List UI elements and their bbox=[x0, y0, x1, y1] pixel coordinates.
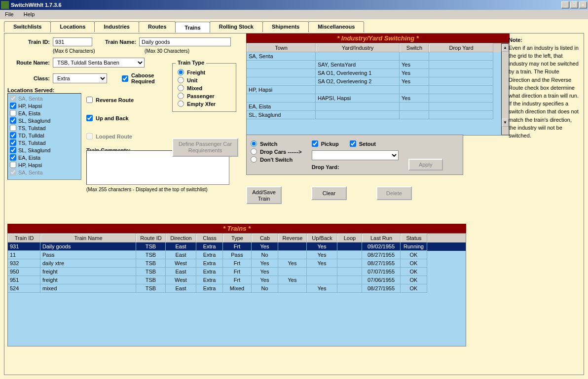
list-item[interactable]: HP, Hapsi bbox=[9, 102, 80, 109]
class-select[interactable]: Extra bbox=[53, 73, 107, 83]
column-header[interactable]: Yard/Industry bbox=[316, 43, 400, 52]
list-item[interactable]: SA, Senta bbox=[9, 95, 80, 102]
list-item[interactable]: SA, Senta bbox=[9, 169, 80, 176]
location-checkbox[interactable] bbox=[10, 110, 16, 116]
table-row[interactable]: SL, Skaglund bbox=[247, 111, 501, 119]
column-header[interactable]: Loop bbox=[337, 234, 362, 242]
location-checkbox[interactable] bbox=[10, 117, 16, 124]
tab-miscellaneous[interactable]: Miscellaneous bbox=[308, 21, 364, 32]
column-header[interactable]: Direction bbox=[166, 234, 196, 242]
column-header[interactable]: Cab bbox=[252, 234, 278, 242]
switching-scrollbar[interactable]: ▲ ▼ bbox=[501, 43, 509, 135]
location-checkbox[interactable] bbox=[10, 132, 16, 138]
clear-button[interactable]: Clear bbox=[311, 186, 347, 200]
switch-radio[interactable] bbox=[251, 140, 257, 147]
train-type-radio[interactable] bbox=[178, 69, 184, 75]
train-type-radio[interactable] bbox=[178, 101, 184, 107]
table-row[interactable]: SA, Senta bbox=[247, 52, 501, 61]
location-label: TS, Tulstad bbox=[18, 125, 46, 131]
column-header[interactable]: Class bbox=[196, 234, 223, 242]
scroll-down-icon[interactable]: ▼ bbox=[502, 119, 509, 127]
table-cell bbox=[429, 86, 493, 94]
list-item[interactable]: TD, Tulldal bbox=[9, 132, 80, 139]
tab-shipments[interactable]: Shipments bbox=[262, 21, 309, 32]
column-header[interactable]: Town bbox=[247, 43, 316, 52]
maximize-button[interactable]: □ bbox=[570, 1, 578, 8]
table-cell: TSB bbox=[136, 251, 166, 259]
location-checkbox[interactable] bbox=[10, 162, 16, 168]
location-checkbox[interactable] bbox=[10, 147, 16, 153]
table-row[interactable]: HAPSI, HapsiYes bbox=[247, 94, 501, 103]
drop-yard-label: Drop Yard: bbox=[312, 164, 399, 170]
location-checkbox[interactable] bbox=[10, 103, 16, 109]
location-checkbox[interactable] bbox=[10, 139, 16, 146]
column-header[interactable]: Route ID bbox=[136, 234, 166, 242]
table-cell: Frt bbox=[223, 276, 252, 284]
list-item[interactable]: TS, Tulstad bbox=[9, 139, 80, 146]
tab-rolling-stock[interactable]: Rolling Stock bbox=[210, 21, 263, 32]
table-row[interactable]: HP, Hapsi bbox=[247, 86, 501, 94]
tab-switchlists[interactable]: Switchlists bbox=[4, 21, 51, 32]
list-item[interactable]: TS, Tulstad bbox=[9, 124, 80, 132]
setout-checkbox[interactable] bbox=[350, 140, 356, 147]
table-row[interactable]: 950freightTSBEastExtraFrtYes07/07/1955OK bbox=[8, 268, 466, 276]
dont-switch-radio[interactable] bbox=[251, 156, 257, 163]
column-header[interactable]: Train Name bbox=[40, 234, 136, 242]
list-item[interactable]: SL, Skaglund bbox=[9, 117, 80, 124]
table-cell: Pass bbox=[223, 251, 252, 259]
table-row[interactable]: EA, Eista bbox=[247, 103, 501, 111]
reverse-route-checkbox[interactable] bbox=[86, 97, 93, 103]
list-item[interactable]: EA, Eista bbox=[9, 154, 80, 161]
train-name-input[interactable] bbox=[139, 37, 231, 46]
up-and-back-checkbox[interactable] bbox=[86, 115, 93, 121]
train-type-radio[interactable] bbox=[178, 77, 184, 83]
column-header[interactable]: Last Run bbox=[362, 234, 401, 242]
table-row[interactable]: 931Daily goodsTSBEastExtraFrtYesYes09/02… bbox=[8, 242, 466, 251]
drop-cars-select[interactable] bbox=[312, 150, 399, 160]
column-header[interactable]: Reverse bbox=[278, 234, 307, 242]
route-name-select[interactable]: TSB, Tuldall Senta Banen bbox=[53, 58, 145, 68]
table-cell: 951 bbox=[8, 276, 40, 284]
column-header[interactable]: Train ID bbox=[8, 234, 40, 242]
caboose-checkbox[interactable] bbox=[122, 75, 128, 82]
drop-cars-radio[interactable] bbox=[251, 148, 257, 155]
table-row[interactable]: SA O2, Overlevering 2Yes bbox=[247, 77, 501, 86]
table-row[interactable]: SA O1, Overlevering 1Yes bbox=[247, 69, 501, 77]
table-cell: Yes bbox=[307, 242, 337, 251]
add-save-train-button[interactable]: Add/Save Train bbox=[246, 186, 282, 204]
location-checkbox[interactable] bbox=[10, 154, 16, 161]
table-row[interactable]: 932daily xtreTSBWestExtraFrtYesYesYes08/… bbox=[8, 259, 466, 268]
table-cell bbox=[429, 94, 493, 103]
table-row[interactable]: 951freightTSBWestExtraFrtYesYes07/06/195… bbox=[8, 276, 466, 284]
table-row[interactable]: SAY, SentaYardYes bbox=[247, 61, 501, 69]
column-header[interactable]: Up/Back bbox=[307, 234, 337, 242]
train-type-radio[interactable] bbox=[178, 93, 184, 99]
tab-industries[interactable]: Industries bbox=[94, 21, 139, 32]
location-label: SL, Skaglund bbox=[18, 118, 50, 124]
tab-trains[interactable]: Trains bbox=[175, 22, 210, 33]
table-row[interactable]: 524mixedTSBEastExtraMixedNoYes08/27/1955… bbox=[8, 284, 466, 293]
menu-file[interactable]: File bbox=[3, 11, 16, 18]
tab-locations[interactable]: Locations bbox=[50, 21, 95, 32]
scroll-up-icon[interactable]: ▲ bbox=[502, 44, 509, 52]
location-checkbox[interactable] bbox=[10, 95, 16, 102]
list-item[interactable]: EA, Eista bbox=[9, 109, 80, 117]
train-type-radio[interactable] bbox=[178, 85, 184, 91]
locations-listbox[interactable]: SA, SentaHP, HapsiEA, EistaSL, SkaglundT… bbox=[7, 93, 81, 180]
close-button[interactable]: × bbox=[579, 1, 587, 8]
column-header[interactable]: Type bbox=[223, 234, 252, 242]
column-header[interactable]: Drop Yard bbox=[429, 43, 493, 52]
table-row[interactable]: 11PassTSBEastExtraPassNoYes08/27/1955OK bbox=[8, 251, 466, 259]
tab-routes[interactable]: Routes bbox=[139, 21, 176, 32]
note-panel: Note: Even if an industry is listed in t… bbox=[509, 36, 580, 139]
list-item[interactable]: SL, Skaglund bbox=[9, 146, 80, 154]
list-item[interactable]: HP, Hapsi bbox=[9, 161, 80, 169]
minimize-button[interactable]: _ bbox=[561, 1, 569, 8]
location-checkbox[interactable] bbox=[10, 169, 16, 175]
train-id-input[interactable] bbox=[53, 37, 92, 46]
column-header[interactable]: Status bbox=[401, 234, 427, 242]
pickup-checkbox[interactable] bbox=[312, 140, 318, 147]
location-checkbox[interactable] bbox=[10, 125, 16, 131]
menu-help[interactable]: Help bbox=[22, 11, 37, 18]
column-header[interactable]: Switch bbox=[400, 43, 429, 52]
